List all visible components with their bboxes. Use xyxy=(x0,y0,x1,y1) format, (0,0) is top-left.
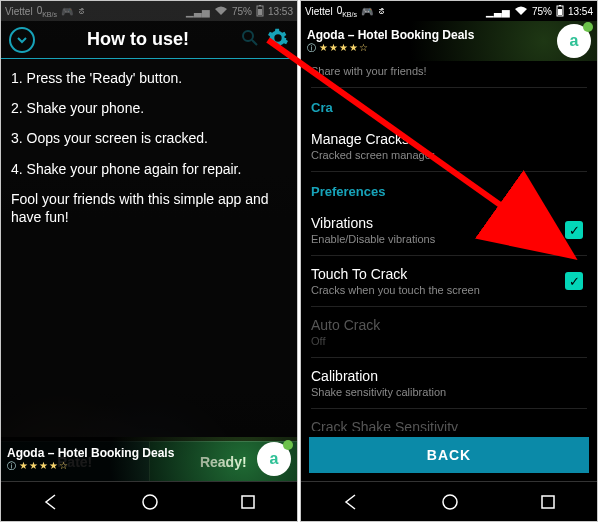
touch-sub: Cracks when you touch the screen xyxy=(311,284,587,296)
battery-pct: 75% xyxy=(532,6,552,17)
status-bar: Viettel 0KB/s 🎮 ಠ ▁▃▅ 75% 13:54 xyxy=(301,1,597,21)
nav-recent-icon[interactable] xyxy=(539,493,557,511)
section-cracks: Cra xyxy=(311,100,587,115)
section-preferences: Preferences xyxy=(311,184,587,199)
battery-icon xyxy=(556,5,564,17)
share-sub: Share with your friends! xyxy=(311,65,587,77)
nav-home-icon[interactable] xyxy=(140,492,160,512)
nav-back-icon[interactable] xyxy=(341,492,361,512)
ad-banner[interactable]: Agoda – Hotel Booking Deals ⓘ★★★★☆ a xyxy=(301,21,597,61)
svg-point-3 xyxy=(243,31,253,41)
gamepad-icon: 🎮 xyxy=(361,6,373,17)
item-manage-cracks[interactable]: Manage Cracks Cracked screen manager xyxy=(311,121,587,172)
howto-outro: Fool your friends with this simple app a… xyxy=(11,190,287,226)
phone-right: Viettel 0KB/s 🎮 ಠ ▁▃▅ 75% 13:54 Agoda – … xyxy=(300,0,598,522)
item-vibrations[interactable]: Vibrations Enable/Disable vibrations ✓ xyxy=(311,205,587,256)
howto-header: How to use! xyxy=(1,21,297,59)
wifi-icon xyxy=(514,6,528,16)
vib-sub: Enable/Disable vibrations xyxy=(311,233,587,245)
howto-body: 1. Press the 'Ready' button. 2. Shake yo… xyxy=(1,59,297,248)
touch-title: Touch To Crack xyxy=(311,266,587,282)
ad-title: Agoda – Hotel Booking Deals xyxy=(307,28,557,42)
calib-sub: Shake sensitivity calibration xyxy=(311,386,587,398)
data-rate: 0KB/s xyxy=(337,5,357,18)
flame-icon: ಠ xyxy=(377,6,388,17)
share-item[interactable]: Share with your friends! xyxy=(311,61,587,88)
back-button[interactable]: BACK xyxy=(309,437,589,473)
ad-rating: ⓘ★★★★☆ xyxy=(307,42,557,55)
settings-screen: Agoda – Hotel Booking Deals ⓘ★★★★☆ a Sha… xyxy=(301,21,597,481)
step-2: 2. Shake your phone. xyxy=(11,99,287,117)
nav-home-icon[interactable] xyxy=(440,492,460,512)
ad-banner[interactable]: Agoda – Hotel Booking Deals ⓘ★★★★☆ a xyxy=(1,437,297,481)
svg-rect-9 xyxy=(559,5,561,6)
item-calibration[interactable]: Calibration Shake sensitivity calibratio… xyxy=(311,358,587,409)
svg-rect-6 xyxy=(242,496,254,508)
manage-sub: Cracked screen manager xyxy=(311,149,587,161)
collapse-icon[interactable] xyxy=(9,27,35,53)
android-nav xyxy=(301,481,597,521)
step-4: 4. Shake your phone again for repair. xyxy=(11,160,287,178)
settings-scroll[interactable]: Share with your friends! Cra Manage Crac… xyxy=(301,61,597,431)
item-auto-crack: Auto Crack Off xyxy=(311,307,587,358)
svg-rect-8 xyxy=(558,9,562,15)
item-crack-sensitivity: Crack Shake Sensitivity 4 Soft xyxy=(311,409,587,431)
ad-title: Agoda – Hotel Booking Deals xyxy=(7,446,257,460)
calib-title: Calibration xyxy=(311,368,587,384)
clock: 13:54 xyxy=(568,6,593,17)
svg-point-10 xyxy=(443,495,457,509)
carrier-label: Viettel xyxy=(305,6,333,17)
auto-title: Auto Crack xyxy=(311,317,587,333)
auto-sub: Off xyxy=(311,335,587,347)
howto-overlay: How to use! 1. Press the 'Ready' button.… xyxy=(1,21,297,481)
vib-title: Vibrations xyxy=(311,215,587,231)
gear-icon[interactable] xyxy=(267,27,289,53)
ad-logo: a xyxy=(257,442,291,476)
touch-checkbox[interactable]: ✓ xyxy=(565,272,583,290)
item-touch-to-crack[interactable]: Touch To Crack Cracks when you touch the… xyxy=(311,256,587,307)
vibrations-checkbox[interactable]: ✓ xyxy=(565,221,583,239)
crack-sens-title: Crack Shake Sensitivity xyxy=(311,419,587,431)
nav-recent-icon[interactable] xyxy=(239,493,257,511)
android-nav xyxy=(1,481,297,521)
svg-rect-11 xyxy=(542,496,554,508)
signal-icon: ▁▃▅ xyxy=(486,6,510,17)
step-1: 1. Press the 'Ready' button. xyxy=(11,69,287,87)
step-3: 3. Oops your screen is cracked. xyxy=(11,129,287,147)
phone-left: Viettel 0KB/s 🎮 ಠ ▁▃▅ 75% 13:53 How to u… xyxy=(0,0,298,522)
manage-title: Manage Cracks xyxy=(311,131,587,147)
ad-logo: a xyxy=(557,24,591,58)
svg-line-4 xyxy=(252,40,257,45)
search-icon[interactable] xyxy=(241,29,259,51)
svg-point-5 xyxy=(143,495,157,509)
nav-back-icon[interactable] xyxy=(41,492,61,512)
howto-title: How to use! xyxy=(35,29,241,50)
ad-rating: ⓘ★★★★☆ xyxy=(7,460,257,473)
